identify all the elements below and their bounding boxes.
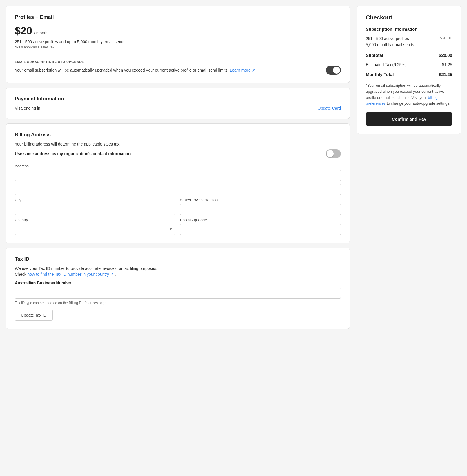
state-wrapper: State/Province/Region	[180, 198, 341, 215]
update-tax-button[interactable]: Update Tax ID	[15, 310, 53, 321]
checkout-section-title: Subscription Information	[366, 27, 452, 32]
country-zip-row: Country ▼ Postal/Zip Code	[15, 218, 341, 235]
plan-divider	[15, 55, 341, 55]
auto-upgrade-description: Your email subscription will be automati…	[15, 68, 229, 72]
plan-title: Profiles + Email	[15, 14, 341, 20]
checkout-profile-row: 251 - 500 active profiles 5,000 monthly …	[366, 36, 452, 48]
address-line1-input[interactable]	[15, 170, 341, 181]
update-card-link[interactable]: Update Card	[318, 106, 341, 110]
tax-description-text: We use your Tax ID number to provide acc…	[15, 266, 157, 271]
checkout-note: *Your email subscription will be automat…	[366, 83, 452, 107]
payment-label: Visa ending in	[15, 106, 40, 110]
tax-title: Tax ID	[15, 256, 341, 262]
checkout-total-amount: $21.25	[439, 72, 452, 77]
checkout-email-line: 5,000 monthly email sends	[366, 42, 414, 48]
payment-title: Payment Information	[15, 96, 341, 102]
same-address-row: Use same address as my organization's co…	[15, 149, 341, 158]
zip-wrapper: Postal/Zip Code	[180, 218, 341, 235]
address-field-wrapper: Address	[15, 164, 341, 181]
page-layout: Profiles + Email $20 / month 251 - 500 a…	[6, 6, 461, 329]
checkout-profile-desc: 251 - 500 active profiles 5,000 monthly …	[366, 36, 414, 48]
billing-card: Billing Address Your billing address wil…	[6, 123, 350, 243]
zip-label: Postal/Zip Code	[180, 218, 341, 222]
zip-input[interactable]	[180, 224, 341, 235]
price-line: $20 / month	[15, 25, 341, 37]
same-address-toggle[interactable]	[326, 149, 341, 158]
tax-check-label: Check	[15, 272, 28, 277]
billing-title: Billing Address	[15, 132, 341, 138]
tax-field-label: Austrailian Business Number	[15, 281, 341, 285]
plan-card: Profiles + Email $20 / month 251 - 500 a…	[6, 6, 350, 83]
checkout-tax-label: Estimated Tax (6.25%)	[366, 62, 407, 67]
confirm-pay-button[interactable]: Confirm and Pay	[366, 112, 452, 126]
auto-upgrade-label: EMAIL SUBSCRIPTION AUTO UPGRADE	[15, 60, 341, 63]
checkout-subtotal-amount: $20.00	[439, 53, 452, 58]
city-label: City	[15, 198, 175, 202]
auto-upgrade-text: Your email subscription will be automati…	[15, 67, 255, 73]
tax-card: Tax ID We use your Tax ID number to prov…	[6, 248, 350, 329]
learn-more-link[interactable]: Learn more ↗	[230, 68, 255, 72]
address-fields: Address City State/Province/Region	[15, 164, 341, 235]
checkout-tax-row: Estimated Tax (6.25%) $1.25	[366, 62, 452, 67]
city-input[interactable]	[15, 204, 175, 215]
same-address-toggle-slider	[326, 149, 341, 158]
address-label: Address	[15, 164, 341, 168]
city-state-row: City State/Province/Region	[15, 198, 341, 215]
address-line2-wrapper	[15, 184, 341, 195]
checkout-panel: Checkout Subscription Information 251 - …	[357, 6, 461, 134]
country-label: Country	[15, 218, 175, 222]
checkout-subtotal-row: Subtotal $20.00	[366, 50, 452, 58]
tax-link-row: Check how to find the Tax ID number in y…	[15, 272, 341, 277]
tax-description: We use your Tax ID number to provide acc…	[15, 266, 341, 271]
tax-id-input[interactable]	[15, 288, 341, 299]
plan-description: 251 - 500 active profiles and up to 5,00…	[15, 39, 341, 44]
toggle-slider	[326, 66, 341, 75]
country-select-wrapper: ▼	[15, 224, 175, 235]
checkout-tax-amount: $1.25	[442, 62, 452, 67]
price-amount: $20	[15, 25, 32, 37]
auto-upgrade-toggle[interactable]	[326, 66, 341, 75]
address-line2-input[interactable]	[15, 184, 341, 195]
checkout-total-row: Monthly Total $21.25	[366, 69, 452, 77]
country-select[interactable]	[15, 224, 175, 235]
checkout-note-suffix: to change your auto-upgrade settings.	[387, 101, 450, 106]
same-address-label: Use same address as my organization's co…	[15, 151, 131, 156]
payment-row: Visa ending in Update Card	[15, 106, 341, 110]
checkout-total-label: Monthly Total	[366, 72, 394, 77]
checkout-title: Checkout	[366, 14, 452, 21]
tax-hint: Tax ID type can be updated on the Billin…	[15, 301, 341, 305]
plan-note: *Plus applicable sales tax	[15, 45, 341, 49]
tax-period: .	[115, 272, 116, 277]
auto-upgrade-row: Your email subscription will be automati…	[15, 66, 341, 75]
state-input[interactable]	[180, 204, 341, 215]
country-wrapper: Country ▼	[15, 218, 175, 235]
state-label: State/Province/Region	[180, 198, 341, 202]
checkout-card: Checkout Subscription Information 251 - …	[357, 6, 461, 134]
city-wrapper: City	[15, 198, 175, 215]
left-column: Profiles + Email $20 / month 251 - 500 a…	[6, 6, 350, 329]
checkout-profile-price: $20.00	[440, 36, 452, 40]
checkout-subtotal-label: Subtotal	[366, 53, 383, 58]
price-period: / month	[34, 31, 48, 35]
billing-description: Your billing address will determine the …	[15, 142, 341, 146]
checkout-profile-line: 251 - 500 active profiles	[366, 36, 414, 42]
payment-card: Payment Information Visa ending in Updat…	[6, 88, 350, 119]
tax-id-link[interactable]: how to find the Tax ID number in your co…	[28, 272, 115, 277]
